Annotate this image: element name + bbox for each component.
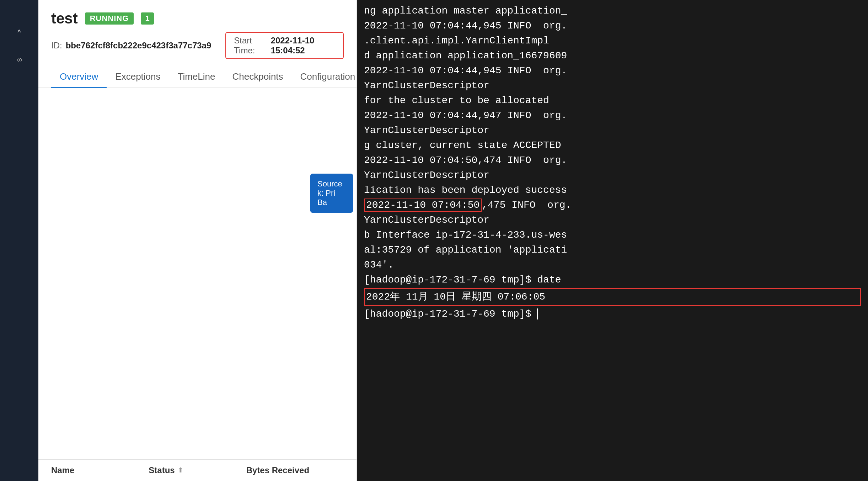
terminal-line-5: YarnClusterDescriptor bbox=[364, 78, 861, 93]
tab-checkpoints[interactable]: Checkpoints bbox=[224, 66, 292, 88]
id-value: bbe762fcf8fcb222e9c423f3a77c73a9 bbox=[66, 41, 211, 51]
terminal-line-10: 2022-11-10 07:04:50,474 INFO org. bbox=[364, 153, 861, 168]
app-title: test bbox=[51, 10, 78, 27]
terminal-line-6: for the cluster to be allocated bbox=[364, 93, 861, 108]
status-badge: RUNNING bbox=[85, 12, 134, 25]
tab-exceptions[interactable]: Exceptions bbox=[107, 66, 169, 88]
title-row: test RUNNING 1 bbox=[51, 10, 344, 27]
terminal-line-14: YarnClusterDescriptor bbox=[364, 213, 861, 228]
id-label: ID: bbox=[51, 41, 62, 51]
table-col-status[interactable]: Status ⬆ bbox=[149, 465, 246, 475]
tabs: Overview Exceptions TimeLine Checkpoints… bbox=[38, 66, 357, 88]
tooltip-box: Source k: Pri Ba bbox=[310, 174, 353, 213]
start-time-label: Start Time: bbox=[234, 36, 267, 56]
table-header: Name Status ⬆ Bytes Received bbox=[38, 459, 357, 481]
start-time-box: Start Time: 2022-11-10 15:04:52 bbox=[225, 32, 344, 59]
status-col-label: Status bbox=[149, 465, 175, 475]
sidebar-collapse-button[interactable]: ^ bbox=[17, 28, 21, 37]
terminal-line-0: ng application master application_ bbox=[364, 4, 861, 18]
tooltip-line2: k: Pri bbox=[317, 189, 346, 198]
highlight-timestamp: 2022-11-10 07:04:50 bbox=[364, 199, 482, 212]
tab-overview[interactable]: Overview bbox=[51, 66, 107, 88]
id-row: ID: bbe762fcf8fcb222e9c423f3a77c73a9 Sta… bbox=[51, 32, 344, 59]
terminal-line-11: YarnClusterDescriptor bbox=[364, 168, 861, 183]
terminal-line-16: al:35729 of application 'applicati bbox=[364, 243, 861, 258]
table-col-bytes: Bytes Received bbox=[246, 465, 344, 475]
main-panel: test RUNNING 1 ID: bbe762fcf8fcb222e9c42… bbox=[38, 0, 357, 481]
terminal-line-20: [hadoop@ip-172-31-7-69 tmp]$ ​ bbox=[364, 307, 861, 322]
terminal-panel: ng application master application_ 2022-… bbox=[357, 0, 868, 481]
terminal-line-13: 2022-11-10 07:04:50,475 INFO org. bbox=[364, 198, 861, 213]
terminal-line-3: d application application_16679609 bbox=[364, 48, 861, 63]
terminal-line-4: 2022-11-10 07:04:44,945 INFO org. bbox=[364, 63, 861, 78]
terminal-line-1: 2022-11-10 07:04:44,945 INFO org. bbox=[364, 18, 861, 33]
tooltip-line1: Source bbox=[317, 179, 346, 189]
terminal-line-date: 2022年 11月 10日 星期四 07:06:05 bbox=[364, 288, 861, 306]
header: test RUNNING 1 ID: bbe762fcf8fcb222e9c42… bbox=[38, 0, 357, 66]
terminal-line-15: b Interface ip-172-31-4-233.us-wes bbox=[364, 228, 861, 243]
tab-timeline[interactable]: TimeLine bbox=[169, 66, 224, 88]
terminal-line-12: lication has been deployed success bbox=[364, 183, 861, 198]
content-area: Source k: Pri Ba Name Status ⬆ Bytes Rec… bbox=[38, 88, 357, 481]
sidebar: ^ s bbox=[0, 0, 38, 481]
start-time-value: 2022-11-10 15:04:52 bbox=[271, 36, 335, 56]
terminal-line-17: 034'. bbox=[364, 258, 861, 273]
terminal-line-8: YarnClusterDescriptor bbox=[364, 123, 861, 138]
sort-icon: ⬆ bbox=[178, 466, 183, 474]
sidebar-section-label: s bbox=[15, 58, 24, 62]
tooltip-line3: Ba bbox=[317, 198, 346, 207]
count-badge: 1 bbox=[141, 12, 154, 25]
terminal-line-9: g cluster, current state ACCEPTED bbox=[364, 138, 861, 153]
terminal-line-18: [hadoop@ip-172-31-7-69 tmp]$ date bbox=[364, 273, 861, 287]
table-col-name: Name bbox=[51, 465, 149, 475]
tab-configuration[interactable]: Configuration bbox=[292, 66, 357, 88]
terminal-line-7: 2022-11-10 07:04:44,947 INFO org. bbox=[364, 108, 861, 123]
terminal-line-2: .client.api.impl.YarnClientImpl bbox=[364, 33, 861, 48]
